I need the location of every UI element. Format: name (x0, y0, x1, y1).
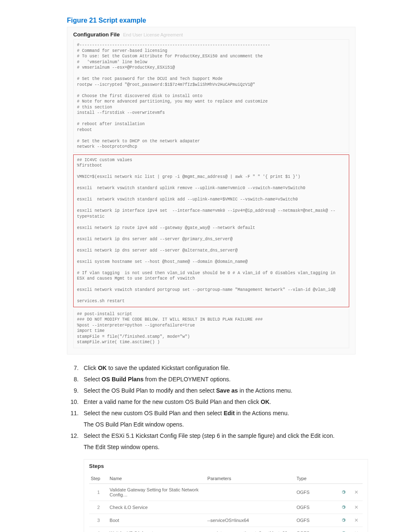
cell-name: Boot (108, 514, 206, 527)
cell-name: Validate Gateway Setting for Static Netw… (108, 483, 206, 501)
steps-table: StepNameParametersType 1Validate Gateway… (89, 473, 363, 532)
close-icon[interactable]: ✕ (354, 517, 358, 523)
remove-cell[interactable]: ✕ (350, 514, 363, 527)
cell-name: Check iLO Service (108, 501, 206, 514)
remove-cell[interactable]: ✕ (350, 483, 363, 501)
cell-params (206, 483, 295, 501)
step-text: Enter a valid name for the new custom OS… (84, 398, 374, 406)
code-highlighted: ## IC4VC custom values %firstboot VMNIC=… (73, 154, 349, 307)
column-header-blank (337, 473, 350, 484)
table-row[interactable]: 1Validate Gateway Setting for Static Net… (89, 483, 363, 501)
instruction-item: 9.Select the OS Build Plan to modify and… (67, 386, 374, 395)
step-number: 12. (67, 432, 84, 440)
instruction-item: 12.Select the ESXi 5.1 Kickstart Config … (67, 432, 374, 440)
column-header: Name (108, 473, 206, 484)
step-number: 9. (67, 386, 84, 395)
instruction-item: 8.Select OS Build Plans from the DEPLOYM… (67, 375, 374, 384)
step-subtext: The OS Build Plan Edit window opens. (84, 420, 374, 429)
cell-step: 3 (89, 514, 108, 527)
column-header-blank (350, 473, 363, 484)
gear-cell[interactable] (337, 501, 350, 514)
gear-icon (341, 490, 346, 495)
gear-cell[interactable] (337, 514, 350, 527)
step-subtext: The Edit Step window opens. (84, 443, 374, 452)
step-text: Select the new custom OS Build Plan and … (84, 409, 374, 418)
cell-step: 1 (89, 483, 108, 501)
close-icon[interactable]: ✕ (354, 489, 358, 495)
code-top: #---------------------------------------… (73, 39, 349, 153)
column-header: Type (295, 473, 337, 484)
config-file-screenshot: Configuration File End User License Agre… (67, 27, 356, 355)
code-bottom: ## post-install script ### DO NOT MODIFY… (73, 309, 349, 348)
steps-table-screenshot: Steps StepNameParametersType 1Validate G… (84, 459, 368, 532)
cell-params (206, 501, 295, 514)
step-text: Select the OS Build Plan to modify and t… (84, 386, 374, 395)
remove-cell[interactable]: ✕ (350, 527, 363, 532)
step-text: Click OK to save the updated Kickstart c… (84, 364, 374, 373)
step-text: Select OS Build Plans from the DEPLOYMEN… (84, 375, 374, 384)
cell-type: OGFS (295, 501, 337, 514)
cell-type: OGFS (295, 514, 337, 527)
instruction-list: 7.Click OK to save the updated Kickstart… (67, 364, 374, 452)
step-number: 11. (67, 409, 84, 418)
step-number: 7. (67, 364, 84, 373)
table-row[interactable]: 3Boot--serviceOS=linux64OGFS✕ (89, 514, 363, 527)
column-header: Step (89, 473, 108, 484)
column-header: Parameters (206, 473, 295, 484)
gear-cell[interactable] (337, 483, 350, 501)
step-text: Select the ESXi 5.1 Kickstart Config Fil… (84, 432, 374, 440)
cell-params: --maintenance --atLeast=3 --atMost=20 (206, 527, 295, 532)
close-icon[interactable]: ✕ (354, 504, 358, 510)
remove-cell[interactable]: ✕ (350, 501, 363, 514)
steps-table-title: Steps (89, 463, 363, 469)
close-icon[interactable]: ✕ (354, 530, 358, 532)
table-row[interactable]: 2Check iLO ServiceOGFS✕ (89, 501, 363, 514)
cell-step: 4 (89, 527, 108, 532)
instruction-item: 10.Enter a valid name for the new custom… (67, 398, 374, 406)
instruction-item: 11.Select the new custom OS Build Plan a… (67, 409, 374, 418)
step-number: 10. (67, 398, 84, 406)
cell-type: OGFS (295, 527, 337, 532)
step-number: 8. (67, 375, 84, 384)
gear-icon (341, 518, 346, 523)
cell-name: Wait for HP SA Agent (108, 527, 206, 532)
cell-params: --serviceOS=linux64 (206, 514, 295, 527)
faded-eula-label: End User License Agreement (123, 32, 183, 37)
cell-step: 2 (89, 501, 108, 514)
instruction-item: 7.Click OK to save the updated Kickstart… (67, 364, 374, 373)
config-file-label: Configuration File (73, 31, 120, 38)
cell-type: OGFS (295, 483, 337, 501)
table-row[interactable]: 4Wait for HP SA Agent--maintenance --atL… (89, 527, 363, 532)
gear-cell[interactable] (337, 527, 350, 532)
gear-icon (341, 505, 346, 510)
figure-title: Figure 21 Script example (67, 17, 374, 24)
